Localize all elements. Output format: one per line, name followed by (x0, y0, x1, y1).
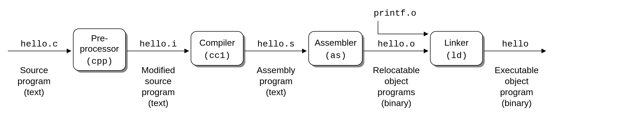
extra-input-printf: printf.o (374, 8, 428, 34)
label-modified-l1: Modified (142, 65, 175, 75)
label-modified-l4: (text) (148, 98, 168, 108)
compilation-pipeline-diagram: hello.c Source program (text) Pre- proce… (0, 0, 644, 139)
stage-assembler: Assembler (as) (309, 31, 364, 67)
label-object-l1: Relocatable (373, 65, 420, 75)
linker-tool: (ld) (446, 51, 467, 61)
label-source-l3: (text) (24, 87, 44, 97)
label-exe-l1: Executable (495, 65, 539, 75)
arrow-executable: hello Executable object program (binary) (484, 39, 545, 108)
assembler-l1: Assembler (315, 38, 357, 48)
label-assembly-l2: program (259, 76, 293, 86)
label-object-l4: (binary) (381, 98, 411, 108)
preprocessor-l2: processor (80, 44, 119, 54)
assembler-tool: (as) (325, 51, 346, 61)
compiler-tool: (cc1) (204, 51, 230, 61)
label-assembly-l3: (text) (266, 87, 286, 97)
arrow-assembly: hello.s Assembly program (text) (245, 39, 306, 97)
preprocessor-l1: Pre- (91, 33, 108, 43)
file-hello-s: hello.s (257, 39, 295, 49)
label-modified-l3: program (142, 87, 175, 97)
label-object-l3: programs (377, 87, 415, 97)
stage-compiler: Compiler (cc1) (191, 31, 245, 67)
label-source-l2: program (18, 76, 51, 86)
arrow-modified: hello.i Modified source program (text) (127, 39, 188, 108)
stage-linker: Linker (ld) (430, 31, 485, 67)
file-hello-i: hello.i (140, 39, 177, 49)
label-assembly-l1: Assembly (257, 65, 295, 75)
label-object-l2: object (385, 76, 408, 86)
label-modified-l2: source (145, 76, 172, 86)
stage-preprocessor: Pre- processor (cpp) (73, 29, 128, 73)
linker-l1: Linker (444, 38, 469, 48)
compiler-l1: Compiler (199, 38, 235, 48)
preprocessor-tool: (cpp) (86, 56, 113, 66)
file-hello-o: hello.o (378, 39, 415, 49)
file-printf-o: printf.o (374, 8, 416, 18)
label-exe-l3: program (500, 87, 533, 97)
label-source-l1: Source (20, 65, 48, 75)
file-hello: hello (502, 39, 529, 49)
label-exe-l4: (binary) (501, 98, 532, 108)
arrow-source: hello.c Source program (text) (8, 39, 71, 97)
label-exe-l2: object (505, 76, 529, 86)
arrow-object: hello.o Relocatable object programs (bin… (364, 39, 428, 108)
file-hello-c: hello.c (21, 39, 58, 49)
